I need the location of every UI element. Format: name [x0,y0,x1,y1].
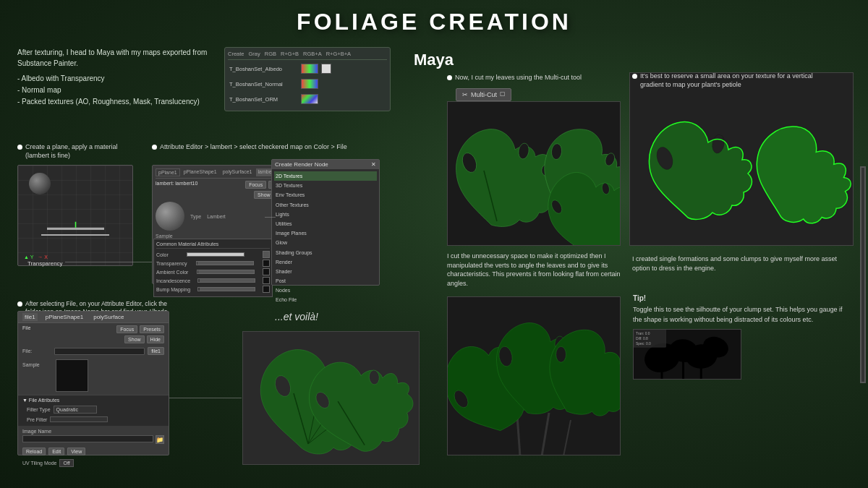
render-item-post[interactable]: Post [274,276,377,286]
monstera-scene-svg [448,297,621,455]
mat-fill-incandescence [198,279,200,282]
bullet-packed: - Packed textures (AO, Roughness, Mask, … [17,96,220,108]
file-input-btn[interactable]: file1 [148,347,164,355]
file-bullet [17,301,22,307]
file-btn-row: File Focus Presets [18,323,169,335]
folder-icon[interactable]: 📁 [156,435,164,444]
tab-pplane1[interactable]: pPlane1 [156,168,180,176]
render-item-shader[interactable]: Shader [274,267,377,276]
tab-polysurface[interactable]: polySurface1 [221,168,255,176]
file-hide-btn[interactable]: Hide [147,335,164,343]
connector-attr-render [265,217,276,218]
attr-editor-bullet [152,145,157,150]
page-title: FOLIAGE CREATION [0,0,868,35]
cut-description: I cut the unnecessary space to make it o… [447,252,621,288]
svg-rect-0 [47,228,104,230]
transparency-check[interactable] [263,260,270,267]
silhouette-svg: Tran: 0.0 Diff: 0.8 Spec: 0.0 [634,329,741,380]
file-show-btn[interactable]: Show [124,335,145,343]
image-name-controls: 📁 [22,435,164,444]
render-item-2d[interactable]: 2D Textures [274,171,377,181]
viewport-middle [242,331,420,465]
render-item-env[interactable]: Env Textures [274,190,377,200]
file-btns: Focus Presets [116,325,164,333]
om-rg: R+G+B [281,51,299,57]
ambient-check[interactable] [263,268,270,275]
edit-btn[interactable]: Edit [48,448,64,455]
file-input[interactable] [54,348,145,355]
bump-check[interactable] [263,286,270,293]
mat-fill-transparency [197,262,198,265]
file-action-btns: Reload Edit View [18,445,169,458]
attr-scrollbar[interactable] [860,166,866,383]
tip-thumbnail: Tran: 0.0 Diff: 0.8 Spec: 0.0 [633,329,741,380]
file-preview-row: Sample [18,356,169,395]
image-name-input[interactable] [22,435,153,442]
render-item-3d[interactable]: 3D Textures [274,181,377,190]
file-tab-3[interactable]: polySurface [91,313,126,321]
render-item-utilities[interactable]: Utilities [274,219,377,228]
multicut-section: Now, I cut my leaves using the Multi-cut… [447,74,621,101]
file-attrs-label: ▼ File Attributes [22,398,164,403]
render-item-glow[interactable]: Glow [274,238,377,247]
mat-bar-transparency [196,261,254,265]
viewport-axis: ▲ Y → X [24,254,48,260]
mat-fill-color [187,253,244,256]
mat-label-bump: Bump Mapping [156,287,190,292]
bullet-normal: - Normal map [17,85,220,96]
render-item-render[interactable]: Render [274,257,377,267]
tip-text: Toggle this to see the silhoutte of your… [633,305,850,325]
transparency-label: Transparency [27,260,63,267]
render-item-other[interactable]: Other Textures [274,200,377,210]
multicut-text: Now, I cut my leaves using the Multi-cut… [455,74,582,82]
sphere-indicator [29,173,51,194]
mat-row-incandescence: Incandescence [156,277,270,284]
maya-viewport-bottom-left [447,296,621,455]
image-name-label: Image Name [22,429,164,434]
file-tab-1[interactable]: file1 [22,313,38,321]
multicut-button[interactable]: ✂ Multi-Cut ☐ [456,88,511,101]
filter-type-select[interactable]: Quadratic [54,406,97,414]
transparency-text: Transparency [27,260,63,267]
plane-label-text: Create a plane, apply a material (lamber… [25,143,137,160]
render-item-imageplanes[interactable]: Image Planes [274,228,377,238]
render-item-lights[interactable]: Lights [274,210,377,219]
uv-tiling-select[interactable]: Off [59,459,73,467]
maya-viewport-leaves-left [447,101,621,246]
file-show-hide: Show Hide [18,335,169,346]
file-presets-btn[interactable]: Presets [140,325,164,333]
render-node-close[interactable]: ✕ [371,161,376,168]
mat-label-incandescence: Incandescence [156,278,190,283]
focus-btn[interactable]: Focus [245,181,266,189]
view-btn[interactable]: View [67,448,85,455]
file-panel: file1 pPlaneShape1 polySurface File Focu… [17,311,169,455]
render-node-title: Create Render Node ✕ [272,160,379,169]
pre-filter-input[interactable] [50,416,108,422]
plane-bullet [17,145,22,150]
reload-btn[interactable]: Reload [22,448,46,455]
render-node-list: 2D Textures 3D Textures Env Textures Oth… [274,171,377,305]
svg-text:Diff: 0.8: Diff: 0.8 [636,337,648,341]
mat-row-ambient: Ambient Color [156,268,270,275]
file-tab-2[interactable]: pPlaneShape1 [43,313,86,321]
image-name-row: Image Name 📁 [18,427,169,445]
tip-box: Tip! Toggle this to see the silhoutte of… [633,293,850,380]
render-item-echofile[interactable]: Echo File [274,295,377,304]
pre-filter-label: Pre Filter [27,417,47,422]
render-item-nodes[interactable]: Nodes [274,286,377,295]
uv-tiling-label: UV Tiling Mode [22,461,56,466]
single-formations-text: I created single formations and some clu… [632,254,846,273]
multicut-icon: ✂ [462,91,468,98]
incandescence-check[interactable] [263,277,270,284]
mat-label-ambient: Ambient Color [156,270,188,275]
map-strip-albedo [301,64,318,74]
file-focus-btn[interactable]: Focus [116,325,137,333]
color-check[interactable] [263,251,270,258]
om-rgb: RGB [265,51,276,57]
multicut-btn-label: Multi-Cut [471,91,497,98]
mat-bar-bump [197,287,255,291]
map-strip-orm [301,94,318,104]
render-item-shading[interactable]: Shading Groups [274,248,377,257]
tab-pplaneshape[interactable]: pPlaneShape1 [182,168,219,176]
map-row-orm: T_BoshanSet_ORM [228,93,387,106]
